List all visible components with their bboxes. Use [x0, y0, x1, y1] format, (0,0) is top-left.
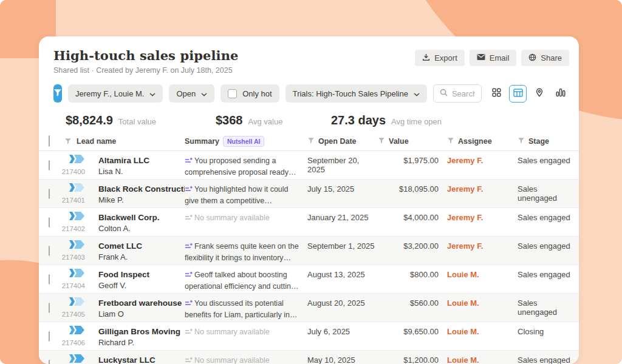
lead-open-date: September 1, 2025	[307, 237, 378, 251]
lead-value: $4,000.00	[378, 208, 439, 222]
column-header-value[interactable]: Value	[378, 137, 439, 146]
lead-assignee-link[interactable]: Louie M.	[439, 294, 511, 308]
column-header-assignee[interactable]: Assignee	[439, 137, 511, 146]
column-header-lead-name[interactable]: Lead name	[77, 137, 185, 146]
column-header-summary[interactable]: Summary Nutshell AI	[185, 136, 307, 147]
ai-sparkle-icon	[185, 158, 193, 166]
lead-company-link[interactable]: Blackwell Corp.	[98, 213, 185, 222]
chevron-down-icon	[201, 89, 207, 98]
table-body: 217400 Altamira LLC Lisa N. You proposed…	[39, 151, 579, 364]
lead-id: 217400	[62, 168, 85, 175]
lead-company-link[interactable]: Comet LLC	[98, 241, 185, 251]
row-checkbox[interactable]	[49, 246, 50, 256]
lead-company-link[interactable]: Food Inspect	[98, 270, 185, 279]
table-row[interactable]: 217403 Comet LLC Frank A. Frank seems qu…	[39, 237, 579, 265]
lead-company-link[interactable]: Gilligan Bros Moving	[98, 327, 185, 336]
lead-value: $9,650.00	[378, 322, 439, 336]
table-row[interactable]: 217402 Blackwell Corp. Colton A. No summ…	[39, 208, 579, 237]
lead-contact-name[interactable]: Frank A.	[98, 252, 185, 261]
status-filter-dropdown[interactable]: Open	[169, 84, 214, 103]
table-row[interactable]: 217400 Altamira LLC Lisa N. You proposed…	[39, 151, 579, 180]
row-checkbox[interactable]	[49, 274, 50, 285]
lead-company-link[interactable]: Luckystar LLC	[98, 356, 185, 364]
lead-hotness-icon	[69, 326, 85, 337]
funnel-icon	[53, 89, 62, 99]
row-checkbox[interactable]	[49, 303, 50, 313]
lead-stage: Sales engaged	[511, 265, 574, 279]
ai-sparkle-icon	[185, 357, 193, 364]
table-row[interactable]: 217401 Black Rock Construction... Mike P…	[39, 180, 579, 208]
lead-summary: You discussed its potential benefits for…	[185, 294, 307, 320]
table-row[interactable]: 217405 Fretboard warehouse Liam O You di…	[39, 294, 579, 322]
lead-assignee-link[interactable]: Jeremy F.	[439, 180, 511, 194]
lead-contact-name[interactable]: Lisa N.	[98, 167, 185, 176]
pipeline-filter-dropdown[interactable]: Trials: High-Touch Sales Pipeline	[285, 84, 427, 103]
assignee-filter-dropdown[interactable]: Jeremy F., Louie M.	[68, 84, 163, 103]
lead-open-date: August 13, 2025	[307, 265, 378, 279]
lead-assignee-link[interactable]: Jeremy F.	[439, 208, 511, 222]
lead-stage: Sales unengaged	[511, 180, 574, 203]
funnel-icon	[447, 137, 454, 146]
view-board-button[interactable]	[488, 85, 505, 103]
column-filter-lead-name[interactable]	[64, 138, 77, 145]
email-button[interactable]: Email	[470, 50, 517, 66]
chevron-down-icon	[414, 89, 420, 98]
only-hot-checkbox[interactable]	[228, 89, 237, 98]
lead-summary: No summary available	[185, 208, 307, 224]
row-checkbox[interactable]	[49, 217, 50, 228]
filter-button[interactable]	[53, 84, 62, 103]
table-view-icon	[513, 89, 523, 99]
row-checkbox[interactable]	[49, 189, 50, 199]
table-row[interactable]: 217407 Luckystar LLC Anderson C. No summ…	[39, 351, 579, 364]
lead-company-link[interactable]: Black Rock Construction...	[98, 184, 185, 194]
lead-assignee-link[interactable]: Louie M.	[439, 265, 511, 279]
lead-id: 217403	[62, 254, 85, 261]
select-all-checkbox[interactable]	[49, 135, 50, 147]
card-header: High-touch sales pipeline Shared list · …	[39, 36, 579, 79]
pipeline-card: High-touch sales pipeline Shared list · …	[39, 36, 579, 364]
only-hot-toggle[interactable]: Only hot	[220, 84, 279, 103]
ai-sparkle-icon	[185, 215, 193, 223]
lead-contact-name[interactable]: Colton A.	[98, 224, 185, 233]
export-button[interactable]: Export	[415, 50, 465, 66]
search-box[interactable]	[433, 84, 482, 103]
table-row[interactable]: 217404 Food Inspect Geoff V. Geoff talke…	[39, 265, 579, 294]
lead-contact-name[interactable]: Geoff V.	[98, 281, 185, 290]
lead-stage: Sales engaged	[511, 351, 574, 364]
table-row[interactable]: 217406 Gilligan Bros Moving Richard P. N…	[39, 322, 579, 351]
board-view-icon	[492, 88, 501, 99]
chevron-down-icon	[149, 89, 156, 98]
view-map-button[interactable]	[530, 85, 548, 103]
ai-sparkle-icon	[185, 329, 193, 337]
row-checkbox[interactable]	[49, 160, 50, 170]
lead-assignee-link[interactable]: Jeremy F.	[439, 151, 511, 165]
lead-assignee-link[interactable]: Louie M.	[439, 322, 511, 336]
lead-assignee-link[interactable]: Jeremy F.	[439, 237, 511, 251]
view-chart-button[interactable]	[552, 85, 569, 103]
lead-company-link[interactable]: Altamira LLC	[98, 156, 185, 165]
lead-value: $800.00	[378, 265, 439, 279]
column-header-open-date[interactable]: Open Date	[307, 137, 378, 146]
row-checkbox[interactable]	[49, 360, 50, 364]
search-input[interactable]	[452, 89, 475, 98]
view-table-button[interactable]	[509, 85, 527, 103]
stat-total-value: $8,824.9 Total value	[66, 113, 216, 127]
lead-hotness-icon	[69, 240, 85, 251]
lead-open-date: January 21, 2025	[307, 208, 378, 222]
lead-contact-name[interactable]: Mike P.	[98, 195, 185, 204]
page-title: High-touch sales pipeline	[53, 48, 239, 63]
lead-company-link[interactable]: Fretboard warehouse	[98, 298, 185, 308]
stat-avg-time-open: 27.3 days Avg time open	[331, 113, 442, 127]
search-icon	[440, 88, 448, 99]
lead-hotness-icon	[69, 183, 85, 194]
lead-assignee-link[interactable]: Louie M.	[439, 351, 511, 364]
lead-stage: Sales engaged	[511, 208, 574, 222]
row-checkbox[interactable]	[49, 331, 50, 342]
lead-id: 217401	[62, 197, 85, 204]
lead-contact-name[interactable]: Richard P.	[98, 338, 185, 347]
column-header-stage[interactable]: Stage	[511, 137, 574, 146]
lead-stage: Sales engaged	[511, 151, 574, 165]
lead-contact-name[interactable]: Liam O	[98, 309, 185, 318]
share-button[interactable]: Share	[521, 50, 569, 66]
stats-bar: $8,824.9 Total value $368 Avg value 27.3…	[39, 109, 579, 136]
